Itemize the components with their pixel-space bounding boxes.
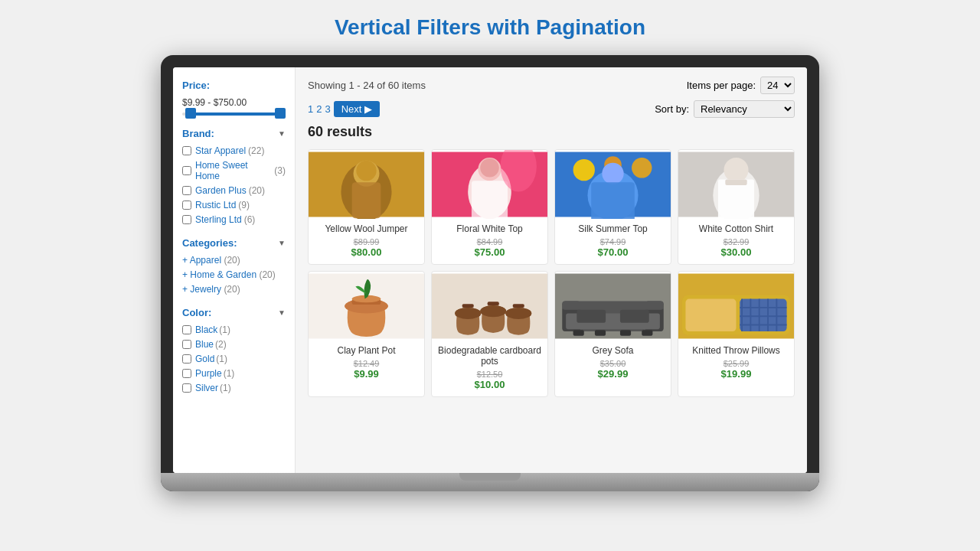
brand-checkbox-sterling-ltd[interactable] [182,215,191,224]
items-per-page-select[interactable]: 24 48 96 [760,77,795,94]
category-item-jewelry[interactable]: + Jewelry (20) [182,284,286,295]
items-per-page-control: Items per page: 24 48 96 [687,77,795,94]
color-checkbox-silver[interactable] [182,383,191,393]
svg-point-32 [480,305,506,317]
brand-item: Sterling Ltd (6) [182,214,286,225]
product-new-price: $70.00 [561,246,665,258]
brand-checkbox-star-apparel[interactable] [182,146,191,155]
categories-filter-label: Categories: [182,237,237,249]
svg-rect-49 [620,330,631,336]
color-name: Black [195,324,217,335]
page-2-link[interactable]: 2 [316,103,322,115]
color-checkbox-blue[interactable] [182,340,191,349]
category-count: (20) [259,269,275,280]
brand-item: Rustic Ltd (9) [182,200,286,210]
categories-chevron-icon: ▼ [278,239,286,247]
brand-count: (22) [248,145,264,156]
brand-name: Home Sweet Home [195,160,272,181]
category-name: Jewelry [190,284,221,295]
color-name: Purple [195,368,222,379]
category-item-home-garden[interactable]: + Home & Garden (20) [182,269,286,280]
product-info: Yellow Wool Jumper $89.99 $80.00 [309,219,424,264]
product-info: Biodegradable cardboard pots $12.50 $10.… [432,341,547,396]
product-info: Grey Sofa $35.00 $29.99 [555,341,671,386]
product-new-price: $9.99 [315,368,418,380]
next-button[interactable]: Next ▶ [334,101,381,117]
color-filter-label: Color: [182,307,211,318]
color-checkbox-gold[interactable] [182,354,191,364]
slider-thumb-left[interactable] [185,108,196,119]
page-1-link[interactable]: 1 [308,103,313,115]
svg-rect-35 [462,304,474,308]
slider-thumb-right[interactable] [275,108,286,119]
product-old-price: $32.99 [684,237,788,246]
product-name: Floral White Top [438,223,541,234]
categories-filter-header[interactable]: Categories: ▼ [182,237,286,249]
svg-rect-46 [573,330,584,336]
color-filter-header[interactable]: Color: ▼ [182,307,286,318]
product-grid: Yellow Wool Jumper $89.99 $80.00 [308,149,795,397]
svg-point-16 [602,163,623,184]
color-checkbox-black[interactable] [182,325,191,334]
next-arrow-icon: ▶ [364,103,372,115]
brand-name: Star Apparel [195,145,246,156]
brand-count: (3) [274,165,286,176]
product-info: White Cotton Shirt $32.99 $30.00 [678,219,794,264]
color-count: (1) [224,368,235,379]
svg-rect-45 [620,310,649,323]
page-3-link[interactable]: 3 [325,103,330,115]
svg-rect-36 [488,302,499,305]
product-card-grey-sofa: Grey Sofa $35.00 $29.99 [554,271,671,397]
product-info: Clay Plant Pot $12.49 $9.99 [309,341,424,386]
svg-rect-44 [577,310,606,323]
brand-checkbox-home-sweet-home[interactable] [182,166,191,175]
brand-filter-header[interactable]: Brand: ▼ [182,128,286,139]
product-new-price: $80.00 [315,246,418,258]
brand-name: Rustic Ltd [195,200,236,210]
svg-rect-48 [595,330,606,336]
product-new-price: $19.99 [684,368,788,380]
color-name: Silver [195,383,218,393]
showing-text: Showing 1 - 24 of 60 items [308,80,426,91]
product-image-floral-white-top [432,150,547,219]
svg-rect-47 [642,330,652,336]
price-slider-track[interactable] [182,112,286,116]
product-new-price: $10.00 [438,379,541,390]
svg-point-20 [724,158,748,182]
color-name: Blue [195,339,214,350]
brand-checkbox-rustic-ltd[interactable] [182,201,191,210]
category-count: (20) [224,255,240,266]
page-title: Vertical Filters with Pagination [335,15,645,40]
laptop-screen: Price: $9.99 - $750.00 Brand: ▼ [173,67,807,473]
color-count: (1) [219,324,230,335]
main-content: Showing 1 - 24 of 60 items Items per pag… [296,67,807,473]
product-new-price: $29.99 [561,368,665,380]
product-card-knitted-throw-pillows: Knitted Throw Pillows $25.99 $19.99 [678,271,795,397]
right-controls: Items per page: 24 48 96 [687,77,795,94]
product-new-price: $75.00 [438,246,541,258]
svg-rect-43 [562,301,663,309]
svg-rect-17 [591,182,635,219]
sort-by-select[interactable]: Relevancy Price Low to High Price High t… [694,100,795,118]
product-info: Floral White Top $84.99 $75.00 [432,219,547,264]
color-count: (1) [216,354,227,364]
top-bar: Showing 1 - 24 of 60 items Items per pag… [308,77,795,94]
svg-point-30 [455,308,481,319]
category-item-apparel[interactable]: + Apparel (20) [182,255,286,266]
price-filter-header[interactable]: Price: [182,80,286,91]
product-card-floral-white-top: Floral White Top $84.99 $75.00 [431,149,548,265]
brand-list: Star Apparel (22) Home Sweet Home (3) Ga… [182,145,286,225]
category-name: Home & Garden [190,269,256,280]
product-name: Silk Summer Top [561,223,665,234]
brand-checkbox-garden-plus[interactable] [182,186,191,195]
price-range-text: $9.99 - $750.00 [182,97,286,108]
brand-name: Garden Plus [195,185,247,196]
color-count: (2) [215,339,227,350]
color-filter-section: Color: ▼ Black (1) Blue (2) [182,307,286,393]
items-per-page-label: Items per page: [687,80,756,91]
sidebar-filters: Price: $9.99 - $750.00 Brand: ▼ [173,67,296,473]
color-checkbox-purple[interactable] [182,369,191,378]
color-name: Gold [195,354,214,364]
categories-filter-section: Categories: ▼ + Apparel (20) + Home & Ga… [182,237,286,295]
category-name: Apparel [190,255,221,266]
